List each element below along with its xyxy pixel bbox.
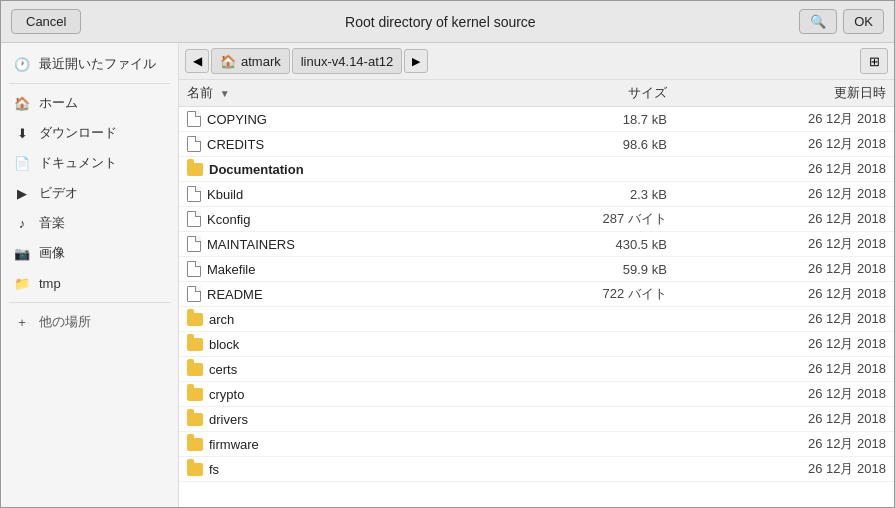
name-column-header[interactable]: 名前 ▼ xyxy=(179,80,488,107)
file-name: MAINTAINERS xyxy=(207,237,295,252)
sidebar-item-pictures[interactable]: 📷 画像 xyxy=(1,238,178,268)
table-row[interactable]: CREDITS98.6 kB26 12月 2018 xyxy=(179,132,894,157)
file-icon xyxy=(187,236,201,252)
table-row[interactable]: arch26 12月 2018 xyxy=(179,307,894,332)
file-list-body: COPYING18.7 kB26 12月 2018CREDITS98.6 kB2… xyxy=(179,107,894,482)
forward-button[interactable]: ▶ xyxy=(404,49,428,73)
clock-icon: 🕐 xyxy=(13,55,31,73)
dialog: Cancel Root directory of kernel source 🔍… xyxy=(0,0,895,508)
body: 🕐 最近開いたファイル 🏠 ホーム ⬇ ダウンロード 📄 ドキュメント ▶ ビデ… xyxy=(1,43,894,507)
file-size: 430.5 kB xyxy=(488,232,675,257)
sidebar-item-videos[interactable]: ▶ ビデオ xyxy=(1,178,178,208)
sidebar-item-tmp[interactable]: 📁 tmp xyxy=(1,268,178,298)
table-row[interactable]: drivers26 12月 2018 xyxy=(179,407,894,432)
file-size xyxy=(488,307,675,332)
sidebar-item-tmp-label: tmp xyxy=(39,276,61,291)
file-name: crypto xyxy=(209,387,244,402)
titlebar-right-buttons: 🔍 OK xyxy=(799,9,884,34)
file-size: 722 バイト xyxy=(488,282,675,307)
table-row[interactable]: Kconfig287 バイト26 12月 2018 xyxy=(179,207,894,232)
file-date: 26 12月 2018 xyxy=(675,107,894,132)
sidebar-item-home[interactable]: 🏠 ホーム xyxy=(1,88,178,118)
table-row[interactable]: crypto26 12月 2018 xyxy=(179,382,894,407)
breadcrumb-atmark[interactable]: 🏠 atmark xyxy=(211,48,290,74)
table-row[interactable]: firmware26 12月 2018 xyxy=(179,432,894,457)
table-row[interactable]: certs26 12月 2018 xyxy=(179,357,894,382)
sidebar-item-other-places[interactable]: + 他の場所 xyxy=(1,307,178,337)
sidebar-item-documents-label: ドキュメント xyxy=(39,154,117,172)
file-date: 26 12月 2018 xyxy=(675,232,894,257)
file-icon xyxy=(187,211,201,227)
file-size: 59.9 kB xyxy=(488,257,675,282)
ok-button[interactable]: OK xyxy=(843,9,884,34)
sort-arrow-icon: ▼ xyxy=(220,88,230,99)
folder-icon xyxy=(187,388,203,401)
file-icon xyxy=(187,136,201,152)
file-name: fs xyxy=(209,462,219,477)
add-icon: + xyxy=(13,313,31,331)
titlebar-left-buttons: Cancel xyxy=(11,9,81,34)
file-name: drivers xyxy=(209,412,248,427)
video-icon: ▶ xyxy=(13,184,31,202)
file-name: block xyxy=(209,337,239,352)
file-date: 26 12月 2018 xyxy=(675,382,894,407)
table-row[interactable]: block26 12月 2018 xyxy=(179,332,894,357)
folder-icon xyxy=(187,463,203,476)
main-content: ◀ 🏠 atmark linux-v4.14-at12 ▶ ⊞ xyxy=(179,43,894,507)
sidebar-item-pictures-label: 画像 xyxy=(39,244,65,262)
file-date: 26 12月 2018 xyxy=(675,432,894,457)
file-list[interactable]: 名前 ▼ サイズ 更新日時 COPYING18.7 kB26 12月 2018C… xyxy=(179,80,894,507)
file-date: 26 12月 2018 xyxy=(675,157,894,182)
folder-icon: 📁 xyxy=(13,274,31,292)
file-name: COPYING xyxy=(207,112,267,127)
file-icon xyxy=(187,111,201,127)
file-size xyxy=(488,357,675,382)
sidebar-item-downloads[interactable]: ⬇ ダウンロード xyxy=(1,118,178,148)
camera-icon: 📷 xyxy=(13,244,31,262)
file-name: CREDITS xyxy=(207,137,264,152)
cancel-button[interactable]: Cancel xyxy=(11,9,81,34)
titlebar: Cancel Root directory of kernel source 🔍… xyxy=(1,1,894,43)
file-name: firmware xyxy=(209,437,259,452)
table-row[interactable]: Makefile59.9 kB26 12月 2018 xyxy=(179,257,894,282)
file-name: Kconfig xyxy=(207,212,250,227)
back-button[interactable]: ◀ xyxy=(185,49,209,73)
folder-icon xyxy=(187,413,203,426)
file-date: 26 12月 2018 xyxy=(675,407,894,432)
view-button[interactable]: ⊞ xyxy=(860,48,888,74)
file-name: Documentation xyxy=(209,162,304,177)
file-date: 26 12月 2018 xyxy=(675,282,894,307)
file-date: 26 12月 2018 xyxy=(675,357,894,382)
table-row[interactable]: MAINTAINERS430.5 kB26 12月 2018 xyxy=(179,232,894,257)
date-column-header[interactable]: 更新日時 xyxy=(675,80,894,107)
table-row[interactable]: README722 バイト26 12月 2018 xyxy=(179,282,894,307)
folder-icon xyxy=(187,363,203,376)
table-row[interactable]: fs26 12月 2018 xyxy=(179,457,894,482)
table-row[interactable]: COPYING18.7 kB26 12月 2018 xyxy=(179,107,894,132)
file-name: certs xyxy=(209,362,237,377)
search-button[interactable]: 🔍 xyxy=(799,9,837,34)
sidebar-item-music[interactable]: ♪ 音楽 xyxy=(1,208,178,238)
sidebar-item-documents[interactable]: 📄 ドキュメント xyxy=(1,148,178,178)
file-size: 18.7 kB xyxy=(488,107,675,132)
file-date: 26 12月 2018 xyxy=(675,132,894,157)
sidebar-item-downloads-label: ダウンロード xyxy=(39,124,117,142)
sidebar-add-label: 他の場所 xyxy=(39,313,91,331)
table-header-row: 名前 ▼ サイズ 更新日時 xyxy=(179,80,894,107)
sidebar-item-videos-label: ビデオ xyxy=(39,184,78,202)
file-icon xyxy=(187,186,201,202)
dialog-title: Root directory of kernel source xyxy=(345,14,536,30)
music-icon: ♪ xyxy=(13,214,31,232)
size-column-header[interactable]: サイズ xyxy=(488,80,675,107)
sidebar-divider-1 xyxy=(9,83,170,84)
table-row[interactable]: Documentation26 12月 2018 xyxy=(179,157,894,182)
file-date: 26 12月 2018 xyxy=(675,207,894,232)
file-size xyxy=(488,432,675,457)
file-size xyxy=(488,157,675,182)
file-date: 26 12月 2018 xyxy=(675,257,894,282)
breadcrumb-linux[interactable]: linux-v4.14-at12 xyxy=(292,48,403,74)
file-size xyxy=(488,407,675,432)
table-row[interactable]: Kbuild2.3 kB26 12月 2018 xyxy=(179,182,894,207)
file-date: 26 12月 2018 xyxy=(675,307,894,332)
sidebar-item-recent[interactable]: 🕐 最近開いたファイル xyxy=(1,49,178,79)
